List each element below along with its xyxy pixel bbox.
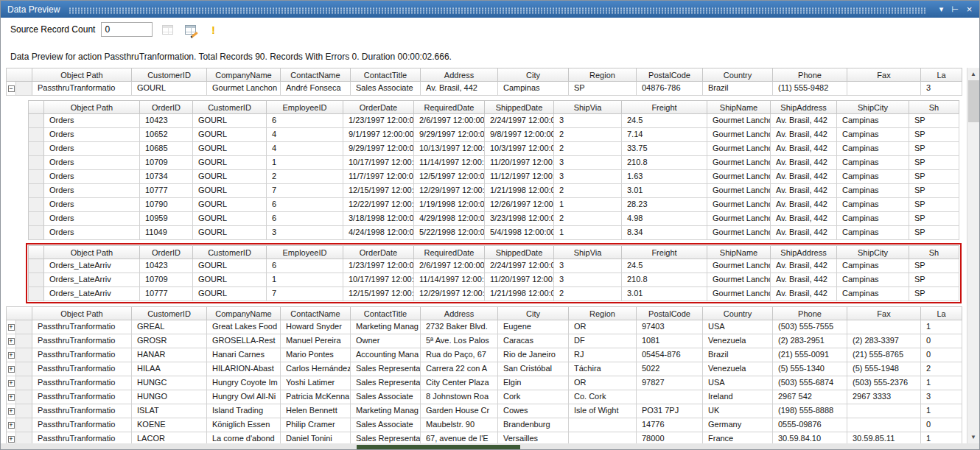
column-header[interactable]: ShipCity bbox=[837, 245, 909, 259]
row-header[interactable] bbox=[16, 320, 32, 334]
column-header[interactable]: OrderDate bbox=[343, 100, 414, 114]
column-header[interactable]: ContactName bbox=[281, 306, 351, 320]
column-header[interactable]: La bbox=[921, 68, 962, 82]
close-icon[interactable]: × bbox=[963, 3, 976, 15]
row-header[interactable] bbox=[16, 432, 32, 443]
row-header[interactable] bbox=[28, 287, 44, 301]
column-header[interactable]: ShipName bbox=[707, 100, 771, 114]
row-header[interactable] bbox=[28, 259, 44, 273]
row-header[interactable] bbox=[16, 376, 32, 390]
row-header[interactable] bbox=[28, 273, 44, 287]
row-header[interactable] bbox=[16, 362, 32, 376]
column-header[interactable]: RequiredDate bbox=[414, 245, 485, 259]
expand-icon[interactable]: + bbox=[8, 352, 15, 359]
pin-icon[interactable]: ⊤ bbox=[949, 3, 962, 15]
column-header[interactable]: Phone bbox=[773, 68, 847, 82]
row-header[interactable] bbox=[28, 114, 44, 128]
row-header[interactable] bbox=[28, 212, 44, 226]
row-header[interactable] bbox=[16, 390, 32, 404]
expand-icon[interactable]: + bbox=[8, 338, 15, 345]
row-header[interactable] bbox=[16, 348, 32, 362]
column-header[interactable]: ShipVia bbox=[554, 100, 622, 114]
column-header[interactable]: OrderID bbox=[140, 245, 193, 259]
source-record-count-input[interactable] bbox=[101, 22, 153, 37]
column-header[interactable]: CompanyName bbox=[207, 68, 281, 82]
expand-icon[interactable]: + bbox=[8, 422, 15, 429]
export-edit-button[interactable] bbox=[183, 23, 197, 36]
column-header[interactable]: ShipAddress bbox=[771, 245, 837, 259]
scrollbar-thumb[interactable] bbox=[968, 80, 979, 122]
column-header[interactable]: EmployeeID bbox=[267, 100, 343, 114]
column-header[interactable]: CustomerID bbox=[132, 306, 207, 320]
column-header[interactable]: Fax bbox=[847, 68, 921, 82]
column-header[interactable]: CompanyName bbox=[207, 306, 281, 320]
column-header[interactable]: Address bbox=[421, 68, 498, 82]
column-header[interactable]: CustomerID bbox=[132, 68, 207, 82]
column-header[interactable]: Object Path bbox=[44, 100, 140, 114]
row-header[interactable] bbox=[28, 170, 44, 184]
scroll-up-icon[interactable]: ▲ bbox=[967, 68, 979, 80]
row-header[interactable] bbox=[16, 404, 32, 418]
row-header[interactable] bbox=[28, 198, 44, 212]
expand-icon[interactable]: + bbox=[8, 436, 15, 443]
column-header[interactable]: Country bbox=[703, 68, 773, 82]
row-header[interactable] bbox=[28, 128, 44, 142]
row-header[interactable] bbox=[16, 334, 32, 348]
titlebar[interactable]: Data Preview ▾ ⊤ × bbox=[1, 1, 979, 18]
column-header[interactable]: PostalCode bbox=[637, 306, 703, 320]
column-header[interactable]: Object Path bbox=[32, 68, 132, 82]
column-header[interactable]: Region bbox=[569, 306, 637, 320]
expand-icon[interactable]: + bbox=[8, 408, 15, 415]
collapse-icon[interactable]: − bbox=[8, 85, 15, 92]
column-header[interactable]: ContactTitle bbox=[351, 306, 421, 320]
column-header[interactable]: ShipName bbox=[707, 245, 771, 259]
grid-cell: 24.5 bbox=[622, 114, 707, 128]
column-header[interactable]: Address bbox=[421, 306, 498, 320]
expand-icon[interactable]: + bbox=[8, 324, 15, 331]
column-header[interactable]: ShippedDate bbox=[485, 100, 554, 114]
row-header[interactable] bbox=[16, 418, 32, 432]
column-header[interactable]: Sh bbox=[909, 245, 959, 259]
scroll-down-icon[interactable]: ▼ bbox=[967, 431, 979, 443]
column-header[interactable]: ContactTitle bbox=[351, 68, 421, 82]
column-header[interactable]: City bbox=[498, 68, 569, 82]
expand-icon[interactable]: + bbox=[8, 380, 15, 387]
expand-icon[interactable]: + bbox=[8, 366, 15, 373]
column-header[interactable]: EmployeeID bbox=[267, 245, 343, 259]
column-header[interactable]: ShipVia bbox=[554, 245, 622, 259]
column-header[interactable]: City bbox=[498, 306, 569, 320]
column-header[interactable]: CustomerID bbox=[193, 100, 267, 114]
row-header[interactable] bbox=[28, 142, 44, 156]
column-header[interactable]: ShippedDate bbox=[485, 245, 554, 259]
row-header[interactable] bbox=[28, 156, 44, 170]
column-header[interactable]: Freight bbox=[622, 100, 707, 114]
column-header[interactable]: PostalCode bbox=[637, 68, 703, 82]
expand-icon[interactable]: + bbox=[8, 394, 15, 401]
grid-cell: 12/29/1997 12:00: bbox=[414, 287, 485, 301]
column-header[interactable]: ShipCity bbox=[837, 100, 909, 114]
column-header[interactable]: CustomerID bbox=[193, 245, 267, 259]
column-header[interactable]: ContactName bbox=[281, 68, 351, 82]
column-header[interactable]: ShipAddress bbox=[771, 100, 837, 114]
column-header[interactable]: La bbox=[921, 306, 962, 320]
column-header[interactable]: Freight bbox=[622, 245, 707, 259]
column-header[interactable]: Phone bbox=[773, 306, 847, 320]
column-header[interactable]: Object Path bbox=[32, 306, 132, 320]
column-header[interactable]: OrderDate bbox=[343, 245, 414, 259]
grid-cell: 97403 bbox=[637, 320, 703, 334]
column-header[interactable]: Fax bbox=[847, 306, 921, 320]
column-header[interactable]: OrderID bbox=[140, 100, 193, 114]
window-position-icon[interactable]: ▾ bbox=[935, 3, 948, 15]
vertical-scrollbar[interactable]: ▲ ▼ bbox=[967, 68, 979, 443]
row-header[interactable] bbox=[28, 226, 44, 240]
grid-cell: 1 bbox=[921, 376, 962, 390]
column-header[interactable]: RequiredDate bbox=[414, 100, 485, 114]
row-header[interactable] bbox=[16, 82, 32, 96]
grid-cell: 2732 Baker Blvd. bbox=[421, 320, 498, 334]
column-header[interactable]: Sh bbox=[909, 100, 959, 114]
column-header[interactable]: Object Path bbox=[44, 245, 140, 259]
column-header[interactable]: Region bbox=[569, 68, 637, 82]
row-header[interactable] bbox=[28, 184, 44, 198]
alert-button[interactable]: ! bbox=[206, 23, 220, 36]
column-header[interactable]: Country bbox=[703, 306, 773, 320]
